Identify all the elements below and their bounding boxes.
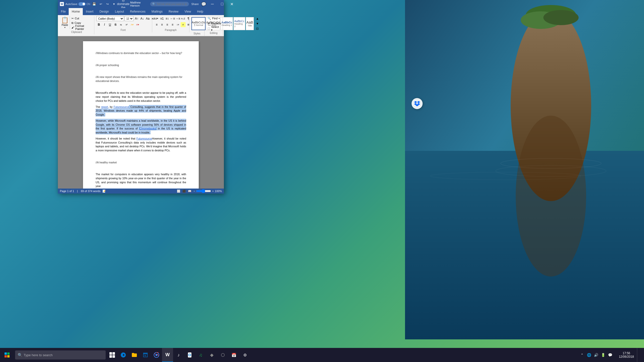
taskbar-settings[interactable]: ⚙	[239, 348, 251, 362]
doc-link-report[interactable]: report	[101, 105, 108, 108]
subscript-button[interactable]: x₂	[118, 22, 124, 27]
proofing-icon[interactable]: 📝	[102, 190, 106, 193]
tab-help[interactable]: Help	[194, 8, 206, 15]
quick-more-btn[interactable]: ▾	[111, 2, 116, 7]
change-case-btn[interactable]: Aa	[145, 16, 150, 21]
styles-scroll-up[interactable]: ▲	[255, 16, 260, 21]
sort-button[interactable]: A↓Z	[181, 16, 186, 21]
superscript-button[interactable]: x²	[124, 22, 129, 27]
justify-button[interactable]: ≡	[170, 22, 175, 27]
bold-button[interactable]: B	[96, 22, 101, 27]
align-right-button[interactable]: ≡	[165, 22, 170, 27]
tab-home[interactable]: Home	[69, 8, 83, 15]
zoom-level: 100%	[215, 190, 222, 193]
taskbar-search[interactable]: 🔍	[15, 350, 106, 359]
increase-font-btn[interactable]: A↑	[134, 16, 139, 21]
select-button[interactable]: ⬚ Select ▾	[207, 26, 221, 31]
zoom-in-btn[interactable]: +	[212, 190, 214, 193]
tray-message[interactable]: 💬	[607, 348, 614, 362]
tab-references[interactable]: References	[127, 8, 148, 15]
maximize-button[interactable]: □	[218, 0, 227, 8]
doc-link-futuresource1[interactable]: Futuresource	[114, 105, 129, 108]
multilevel-button[interactable]: ≡↕	[165, 16, 170, 21]
find-button[interactable]: 🔍 Find ▾	[207, 16, 220, 21]
strikethrough-button[interactable]: S	[113, 22, 118, 27]
clock-widget[interactable]: 17:56 12/06/2018	[616, 348, 637, 362]
quick-save-btn[interactable]: 💾	[92, 2, 97, 7]
decrease-indent-button[interactable]: ←≡	[170, 16, 175, 21]
windows-logo-icon	[5, 352, 10, 357]
comments-button[interactable]: 💬	[201, 2, 206, 7]
dropbox-icon[interactable]	[412, 98, 423, 109]
doc-link-chromebooks[interactable]: Chromebooks	[139, 127, 156, 130]
taskbar-calendar[interactable]: 📅	[228, 348, 239, 362]
decrease-font-btn[interactable]: A↓	[140, 16, 145, 21]
highlight-button[interactable]: A▾	[130, 22, 135, 27]
zoom-slider[interactable]	[196, 189, 211, 193]
underline-button[interactable]: U	[107, 22, 112, 27]
font-size-select[interactable]: 11	[125, 16, 134, 21]
shading-button[interactable]: A	[181, 22, 186, 27]
tab-view[interactable]: View	[182, 8, 194, 15]
taskbar-unknown2[interactable]: ⬡	[217, 348, 228, 362]
format-painter-button[interactable]: 🖌 Format Painter	[70, 25, 92, 30]
tray-battery[interactable]: 🔋	[600, 348, 607, 362]
show-desktop-btn[interactable]	[637, 348, 644, 362]
word-window: W AutoSave ON 💾 ↩ ↪ ▾ Windows continues …	[58, 0, 224, 194]
task-view-button[interactable]	[107, 348, 118, 362]
view-normal-icon[interactable]: ⬜	[177, 190, 180, 193]
minimize-button[interactable]: ─	[208, 0, 217, 8]
share-button[interactable]: Share	[191, 3, 199, 6]
tab-file[interactable]: File	[58, 8, 69, 15]
doc-para5: The market for computers in education ap…	[96, 172, 186, 188]
tray-volume[interactable]: 🔊	[593, 348, 600, 362]
tray-network[interactable]: 🌐	[586, 348, 593, 362]
quick-redo-btn[interactable]: ↪	[105, 2, 110, 7]
bullets-button[interactable]: ≡•	[154, 16, 159, 21]
increase-indent-button[interactable]: →≡	[175, 16, 180, 21]
taskbar-unknown1[interactable]: ◆	[206, 348, 217, 362]
title-search[interactable]: 🔍	[150, 2, 189, 6]
styles-expand[interactable]: ⊡	[255, 26, 260, 31]
taskbar-explorer[interactable]	[129, 348, 140, 362]
style-title[interactable]: AaB Title	[246, 17, 254, 30]
replace-button[interactable]: ⇌ Replace	[207, 21, 222, 26]
autosave-toggle[interactable]	[78, 2, 86, 6]
view-web-icon[interactable]: ⬛	[182, 190, 186, 193]
taskbar-app1[interactable]: ♪	[173, 348, 184, 362]
taskbar-outlook[interactable]: O	[184, 348, 195, 362]
taskbar-chrome[interactable]	[151, 348, 162, 362]
paste-button[interactable]: 📋 Paste ▾	[61, 16, 70, 29]
font-color-button[interactable]: A▾	[135, 22, 140, 27]
align-center-button[interactable]: ≡	[159, 22, 165, 27]
title-search-input[interactable]	[157, 3, 187, 6]
search-input[interactable]	[24, 353, 103, 357]
cut-button[interactable]: ✂ Cut	[70, 16, 92, 21]
tab-mailings[interactable]: Mailings	[148, 8, 166, 15]
align-left-button[interactable]: ≡	[154, 22, 159, 27]
italic-button[interactable]: I	[102, 22, 107, 27]
start-button[interactable]	[0, 348, 14, 362]
tab-insert[interactable]: Insert	[83, 8, 96, 15]
close-button[interactable]: ✕	[227, 0, 237, 8]
numbering-button[interactable]: ≡1	[159, 16, 165, 21]
style-heading2[interactable]: AaBbCc Heading 2	[233, 17, 245, 30]
tab-layout[interactable]: Layout	[112, 8, 127, 15]
paragraph-group-content: ≡• ≡1 ≡↕ ←≡ →≡ A↓Z ¶ ≡ ≡ ≡ ≡ ↕≡ A	[154, 16, 187, 28]
zoom-out-btn[interactable]: −	[193, 190, 195, 193]
taskbar-spotify[interactable]: ♫	[195, 348, 206, 362]
document-area[interactable]: //Windows continues to dominate the educ…	[58, 36, 224, 189]
tab-review[interactable]: Review	[166, 8, 181, 15]
styles-scroll-down[interactable]: ▼	[255, 21, 260, 26]
quick-undo-btn[interactable]: ↩	[98, 2, 103, 7]
font-name-select[interactable]: Calibri (Body)	[96, 16, 124, 21]
view-read-icon[interactable]: 📖	[188, 190, 191, 193]
tab-design[interactable]: Design	[96, 8, 112, 15]
doc-link-futuresource2[interactable]: Futuresource	[136, 137, 152, 140]
taskbar-edge[interactable]	[118, 348, 129, 362]
tray-chevron[interactable]: ⌃	[579, 348, 586, 362]
taskbar-word[interactable]: W	[162, 348, 173, 362]
taskbar-store[interactable]: 🛍	[140, 348, 151, 362]
style-normal[interactable]: AaBbCcDd ¶ Normal	[191, 17, 206, 30]
line-spacing-button[interactable]: ↕≡	[175, 22, 180, 27]
